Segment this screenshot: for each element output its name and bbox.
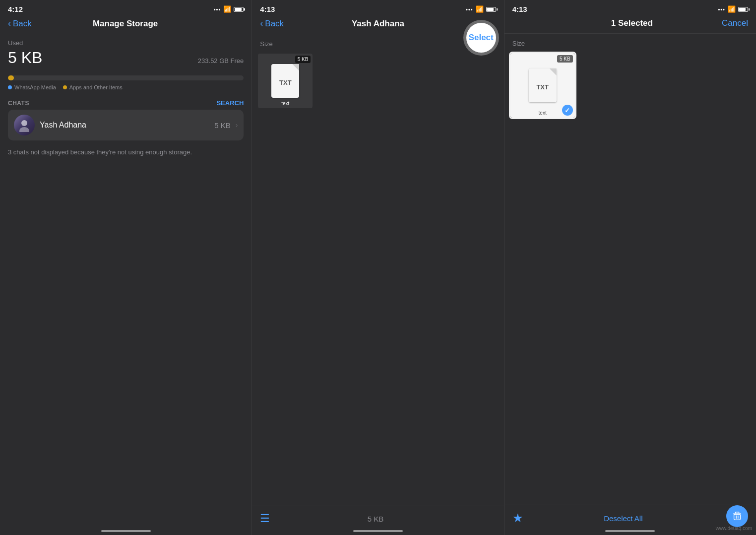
whatsapp-legend-label: WhatsApp Media xyxy=(14,84,56,90)
wifi-icon-2: 📶 xyxy=(476,5,484,13)
status-icons-1: ••• 📶 xyxy=(214,5,244,13)
panel1-title: Manage Storage xyxy=(93,19,158,29)
other-dot xyxy=(63,85,67,89)
signal-icon-2: ••• xyxy=(466,6,473,12)
select-label[interactable]: Select xyxy=(469,33,494,43)
whatsapp-dot xyxy=(8,85,12,89)
trash-button[interactable] xyxy=(726,505,748,527)
status-bar-2: 4:13 ••• 📶 xyxy=(252,0,504,15)
file-grid-2: 5 KB TXT text xyxy=(252,52,504,110)
total-size-2: 5 KB xyxy=(368,515,384,523)
used-label: Used xyxy=(8,39,244,47)
status-bar-3: 4:13 ••• 📶 xyxy=(504,0,756,15)
signal-icon-3: ••• xyxy=(718,6,725,12)
chevron-left-icon-2: ‹ xyxy=(260,18,263,29)
svg-point-1 xyxy=(19,127,29,132)
file-item-2[interactable]: 5 KB TXT text xyxy=(258,54,313,108)
chat-row-yash[interactable]: Yash Adhana 5 KB › xyxy=(8,110,244,140)
nav-bar-1: ‹ Back Manage Storage xyxy=(0,15,252,34)
select-circle[interactable]: Select xyxy=(466,23,496,53)
panel-selected: 4:13 ••• 📶 1 Selected Cancel Size 5 KB T… xyxy=(504,0,756,535)
file-size-badge-3: 5 KB xyxy=(557,55,573,63)
avatar-person-icon xyxy=(17,118,31,132)
battery-icon-1 xyxy=(234,7,244,12)
storage-bar xyxy=(8,75,244,80)
txt-icon-2: TXT xyxy=(271,64,299,98)
status-icons-3: ••• 📶 xyxy=(718,5,748,13)
panel2-content: Size 5 KB TXT text xyxy=(252,34,504,506)
not-displayed-text: 3 chats not displayed because they're no… xyxy=(8,143,244,161)
nav-bar-2: ‹ Back Yash Adhana xyxy=(252,15,504,34)
file-grid-3: 5 KB TXT text ✓ xyxy=(504,51,756,120)
svg-rect-3 xyxy=(734,514,741,520)
panel3-content: Size 5 KB TXT text ✓ xyxy=(504,34,756,505)
back-button-1[interactable]: ‹ Back xyxy=(8,18,32,29)
section-header-chats: CHATS SEARCH xyxy=(8,99,244,107)
battery-icon-3 xyxy=(738,7,748,12)
check-circle: ✓ xyxy=(562,105,573,116)
back-label-2[interactable]: Back xyxy=(265,19,284,29)
panel1-content: Used 5 KB 233.52 GB Free WhatsApp Media … xyxy=(0,34,252,535)
panel-manage-storage: 4:12 ••• 📶 ‹ Back Manage Storage Used 5 … xyxy=(0,0,252,535)
deselect-all-button[interactable]: Deselect All xyxy=(604,514,642,523)
avatar-yash xyxy=(14,115,35,135)
txt-icon-3: TXT xyxy=(529,68,557,102)
status-bar-1: 4:12 ••• 📶 xyxy=(0,0,252,15)
wifi-icon-1: 📶 xyxy=(223,5,231,13)
filter-icon[interactable]: ☰ xyxy=(260,512,270,525)
wifi-icon-3: 📶 xyxy=(728,5,736,13)
selected-label: 1 Selected xyxy=(611,18,653,28)
search-button[interactable]: SEARCH xyxy=(216,99,244,107)
status-icons-2: ••• 📶 xyxy=(466,5,496,13)
svg-point-0 xyxy=(21,120,27,126)
txt-label-2: TXT xyxy=(279,79,292,86)
panel-yash-adhana: 4:13 ••• 📶 ‹ Back Yash Adhana Select Siz… xyxy=(252,0,504,535)
watermark: www.deuaq.com xyxy=(716,526,752,531)
legend-other: Apps and Other Items xyxy=(63,84,123,90)
time-1: 4:12 xyxy=(8,5,23,13)
panel2-title: Yash Adhana xyxy=(352,19,404,29)
back-label-1[interactable]: Back xyxy=(13,19,32,29)
chat-name-yash: Yash Adhana xyxy=(40,121,209,130)
file-size-badge-2: 5 KB xyxy=(295,56,311,63)
cancel-button[interactable]: Cancel xyxy=(722,18,748,28)
chat-size-yash: 5 KB xyxy=(214,121,231,130)
avatar-yash-inner xyxy=(14,115,35,135)
other-legend-label: Apps and Other Items xyxy=(69,84,123,90)
file-item-3[interactable]: 5 KB TXT text ✓ xyxy=(510,53,575,118)
nav-bar-3: 1 Selected Cancel xyxy=(504,15,756,33)
signal-icon-1: ••• xyxy=(214,6,221,12)
home-indicator-1 xyxy=(101,530,151,532)
legend-whatsapp: WhatsApp Media xyxy=(8,84,56,90)
size-label-3: Size xyxy=(504,38,756,51)
home-indicator-3 xyxy=(605,530,655,532)
battery-icon-2 xyxy=(486,7,496,12)
storage-bar-fill xyxy=(8,75,14,80)
file-name-2: text xyxy=(258,101,313,106)
back-button-2[interactable]: ‹ Back xyxy=(260,18,284,29)
storage-legend: WhatsApp Media Apps and Other Items xyxy=(8,84,244,90)
time-3: 4:13 xyxy=(512,5,527,13)
home-indicator-2 xyxy=(353,530,403,532)
chevron-left-icon-1: ‹ xyxy=(8,18,11,29)
free-space: 233.52 GB Free xyxy=(198,57,244,65)
chats-section-label: CHATS xyxy=(8,100,29,107)
txt-label-3: TXT xyxy=(536,83,549,91)
chevron-right-icon-1: › xyxy=(236,121,238,129)
star-icon[interactable]: ★ xyxy=(512,511,523,525)
time-2: 4:13 xyxy=(260,5,275,13)
trash-icon xyxy=(732,511,743,522)
used-size: 5 KB xyxy=(8,49,42,67)
